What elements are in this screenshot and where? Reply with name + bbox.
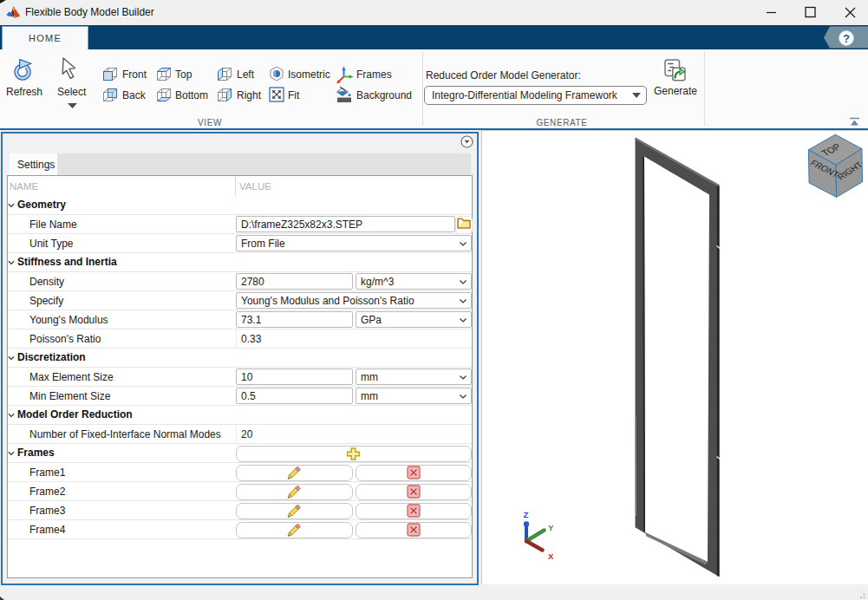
svg-text:Y: Y [548, 523, 554, 532]
svg-text:?: ? [843, 32, 850, 45]
svg-text:Z: Z [524, 510, 529, 519]
svg-text:X: X [548, 551, 554, 561]
